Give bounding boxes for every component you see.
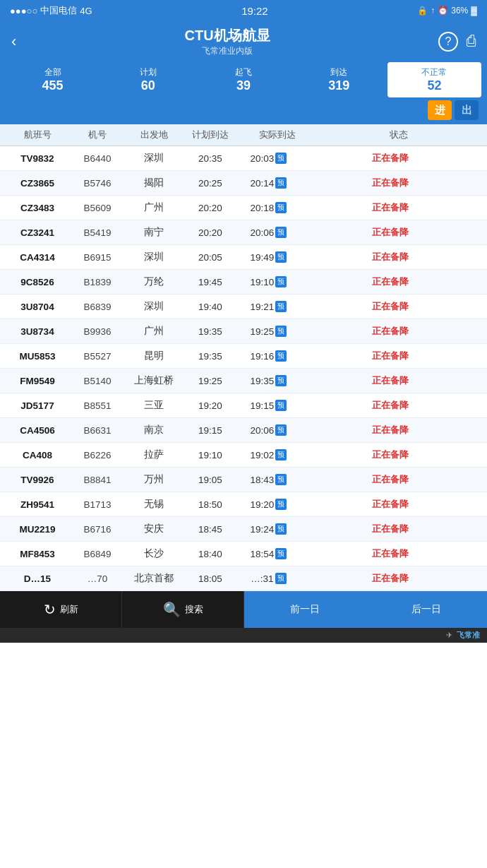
cell-aircraft-number: B9936: [69, 326, 126, 337]
cell-status: 正在备降: [299, 300, 481, 313]
cell-aircraft-number: B8841: [69, 475, 126, 485]
tab-label-all: 全部: [8, 66, 97, 78]
cell-flight-number: 3U8734: [6, 326, 69, 337]
actual-time-value: 18:54: [251, 549, 275, 559]
actual-time-value: 20:14: [251, 178, 275, 189]
flight-row[interactable]: 3U8704 B6839 深圳 19:40 19:21 预 正在备降: [0, 295, 487, 319]
flight-row[interactable]: ZH9541 B1713 无锡 18:50 19:20 预 正在备降: [0, 492, 487, 517]
direction-buttons: 进出: [3, 100, 484, 124]
cell-flight-number: JD5177: [6, 400, 69, 411]
flight-row[interactable]: TV9926 B8841 万州 19:05 18:43 预 正在备降: [0, 468, 487, 492]
col-header-status: 状态: [316, 129, 481, 141]
cell-actual-time: 19:20 预: [239, 499, 299, 510]
app-title: CTU机场航显: [185, 26, 270, 45]
cell-status: 正在备降: [299, 275, 481, 288]
flight-row[interactable]: D…15 …70 北京首都 18:05 …:31 预 正在备降: [0, 566, 487, 591]
search-button[interactable]: 🔍 搜索: [122, 591, 244, 628]
direction-btn-in[interactable]: 进: [428, 100, 452, 120]
flight-row[interactable]: FM9549 B5140 上海虹桥 19:25 19:35 预 正在备降: [0, 369, 487, 393]
status-bar: ●●●○○ 中国电信 4G 19:22 🔒 ↑ ⏰ 36% ▓: [0, 0, 487, 21]
watermark-bar: ✈ 飞常准: [0, 628, 487, 643]
header-title-block: CTU机场航显 飞常准业内版: [185, 26, 270, 57]
cell-status: 正在备降: [299, 424, 481, 436]
tab-all[interactable]: 全部455: [6, 62, 100, 97]
flight-row[interactable]: MF8453 B6849 长沙 18:40 18:54 预 正在备降: [0, 542, 487, 566]
cell-planned-time: 20:35: [182, 153, 239, 164]
cell-actual-time: 20:06 预: [239, 424, 299, 436]
flight-row[interactable]: CZ3865 B5746 揭阳 20:25 20:14 预 正在备降: [0, 171, 487, 196]
pred-badge: 预: [275, 449, 287, 460]
back-button[interactable]: ‹: [11, 32, 16, 51]
actual-time-value: 19:49: [251, 252, 275, 263]
flight-row[interactable]: CZ3241 B5419 南宁 20:20 20:06 预 正在备降: [0, 220, 487, 245]
cell-planned-time: 19:20: [182, 400, 239, 411]
refresh-button[interactable]: ↻ 刷新: [0, 591, 122, 628]
column-headers: 航班号 机号 出发地 计划到达 实际到达 状态: [0, 124, 487, 146]
pred-badge: 预: [275, 301, 287, 312]
cell-actual-time: 19:25 预: [239, 326, 299, 337]
status-bar-right: 🔒 ↑ ⏰ 36% ▓: [417, 6, 477, 16]
cell-planned-time: 19:05: [182, 475, 239, 485]
flight-row[interactable]: 9C8526 B1839 万纶 19:45 19:10 预 正在备降: [0, 270, 487, 295]
flight-row[interactable]: CA4314 B6915 深圳 20:05 19:49 预 正在备降: [0, 245, 487, 270]
flight-row[interactable]: CA408 B6226 拉萨 19:10 19:02 预 正在备降: [0, 443, 487, 468]
network-label: 4G: [80, 6, 92, 16]
share-button[interactable]: ⎙: [467, 32, 476, 52]
actual-time-value: 19:21: [251, 302, 275, 312]
cell-origin: 广州: [126, 201, 182, 214]
actual-time-value: 19:24: [251, 524, 275, 535]
cell-flight-number: 3U8704: [6, 302, 69, 312]
cell-planned-time: 19:15: [182, 425, 239, 436]
pred-badge: 预: [275, 573, 287, 584]
actual-time-value: …:31: [251, 573, 273, 584]
watermark-icon: ✈: [446, 631, 452, 640]
flight-row[interactable]: CZ3483 B5609 广州 20:20 20:18 预 正在备降: [0, 196, 487, 220]
cell-flight-number: CZ3241: [6, 227, 69, 238]
cell-status: 正在备降: [299, 399, 481, 412]
cell-status: 正在备降: [299, 572, 481, 585]
flight-row[interactable]: JD5177 B8551 三亚 19:20 19:15 预 正在备降: [0, 393, 487, 418]
flight-row[interactable]: 3U8734 B9936 广州 19:35 19:25 预 正在备降: [0, 319, 487, 344]
carrier-label: 中国电信: [40, 4, 77, 17]
cell-planned-time: 20:25: [182, 178, 239, 189]
location-icon: ↑: [431, 6, 435, 16]
cell-aircraft-number: B5419: [69, 227, 126, 238]
tab-arrive[interactable]: 到达319: [292, 62, 386, 97]
cell-aircraft-number: B5746: [69, 178, 126, 189]
cell-status: 正在备降: [299, 374, 481, 387]
cell-actual-time: 20:18 预: [239, 202, 299, 213]
cell-origin: 拉萨: [126, 448, 182, 461]
cell-origin: 南京: [126, 424, 182, 436]
direction-btn-out[interactable]: 出: [455, 100, 479, 120]
pred-badge: 预: [275, 153, 287, 164]
cell-flight-number: MF8453: [6, 549, 69, 559]
cell-actual-time: …:31 预: [239, 573, 299, 584]
flight-row[interactable]: MU2219 B6716 安庆 18:45 19:24 预 正在备降: [0, 517, 487, 542]
cell-flight-number: D…15: [6, 573, 69, 584]
flight-row[interactable]: CA4506 B6631 南京 19:15 20:06 预 正在备降: [0, 418, 487, 443]
next-day-button[interactable]: 后一日: [366, 591, 487, 628]
actual-time-value: 19:25: [251, 326, 275, 337]
actual-time-value: 18:43: [251, 475, 275, 485]
tab-depart[interactable]: 起飞39: [196, 62, 290, 97]
cell-flight-number: TV9926: [6, 475, 69, 485]
flight-row[interactable]: TV9832 B6440 深圳 20:35 20:03 预 正在备降: [0, 146, 487, 171]
battery-label: 36%: [451, 6, 468, 16]
tab-abnormal[interactable]: 不正常52: [387, 62, 481, 97]
help-button[interactable]: ?: [438, 32, 458, 52]
actual-time-value: 20:06: [251, 425, 275, 436]
flight-row[interactable]: MU5853 B5527 昆明 19:35 19:16 预 正在备降: [0, 344, 487, 369]
alarm-icon: ⏰: [438, 6, 448, 16]
cell-aircraft-number: B6839: [69, 302, 126, 312]
cell-planned-time: 20:20: [182, 203, 239, 213]
pred-badge: 预: [275, 523, 287, 535]
cell-aircraft-number: B6849: [69, 549, 126, 559]
pred-badge: 预: [275, 499, 287, 510]
cell-status: 正在备降: [299, 201, 481, 214]
prev-day-button[interactable]: 前一日: [244, 591, 366, 628]
signal-dots: ●●●○○: [10, 6, 37, 16]
battery-icon: ▓: [471, 6, 477, 16]
search-label: 搜索: [185, 603, 203, 616]
tab-plan[interactable]: 计划60: [101, 62, 195, 97]
cell-actual-time: 19:49 预: [239, 251, 299, 263]
